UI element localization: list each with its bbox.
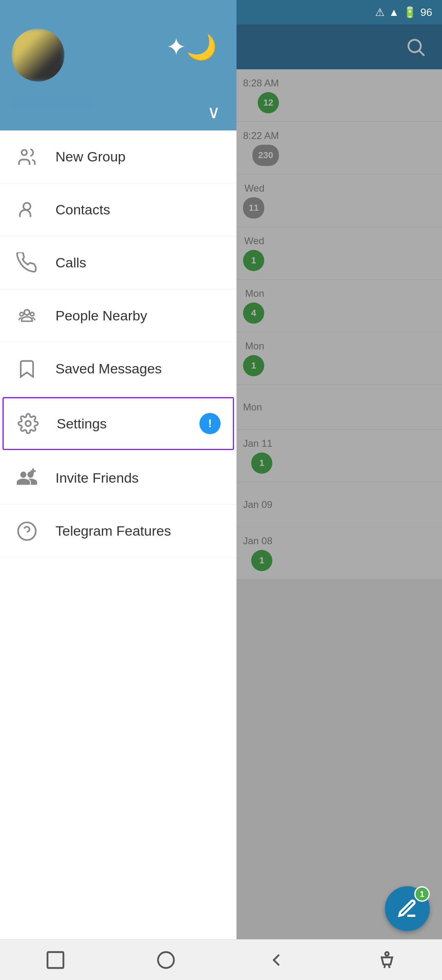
chevron-down-icon[interactable]: ∨ bbox=[207, 102, 220, 122]
svg-point-7 bbox=[26, 421, 31, 426]
wifi-icon: ▲ bbox=[389, 6, 399, 19]
person-add-icon bbox=[15, 466, 39, 490]
home-button[interactable] bbox=[152, 946, 180, 974]
sidebar-item-invite-friends[interactable]: Invite Friends bbox=[0, 452, 236, 505]
people-nearby-icon bbox=[15, 304, 39, 328]
svg-point-15 bbox=[385, 952, 389, 956]
telegram-features-label: Telegram Features bbox=[55, 523, 222, 539]
warning-icon: ⚠ bbox=[375, 6, 385, 19]
sidebar-item-saved-messages[interactable]: Saved Messages bbox=[0, 342, 236, 395]
accessibility-button[interactable] bbox=[373, 946, 401, 974]
settings-badge: ! bbox=[199, 413, 221, 434]
people-nearby-label: People Nearby bbox=[55, 308, 222, 324]
svg-point-11 bbox=[18, 522, 35, 540]
people-group-icon bbox=[15, 145, 39, 169]
battery-level: 96 bbox=[420, 6, 432, 19]
sidebar-item-contacts[interactable]: Contacts bbox=[0, 183, 236, 236]
recent-apps-button[interactable] bbox=[41, 946, 70, 974]
drawer-overlay[interactable] bbox=[236, 0, 442, 980]
sidebar-item-people-nearby[interactable]: People Nearby bbox=[0, 289, 236, 342]
drawer-username bbox=[11, 96, 93, 108]
drawer-menu: New Group Contacts Calls bbox=[0, 130, 236, 939]
drawer-header: ✦🌙 ∨ bbox=[0, 0, 236, 130]
help-circle-icon bbox=[15, 519, 39, 543]
navigation-bar bbox=[0, 939, 442, 980]
calls-label: Calls bbox=[55, 255, 222, 271]
back-button[interactable] bbox=[262, 946, 291, 974]
drawer-phone bbox=[11, 111, 77, 121]
svg-point-14 bbox=[158, 952, 174, 968]
svg-point-5 bbox=[20, 312, 24, 316]
sidebar-item-new-group[interactable]: New Group bbox=[0, 130, 236, 183]
phone-icon bbox=[15, 251, 39, 275]
svg-point-4 bbox=[24, 309, 30, 315]
compose-fab[interactable]: 1 bbox=[385, 886, 430, 931]
new-group-label: New Group bbox=[55, 149, 222, 165]
avatar bbox=[11, 29, 64, 82]
svg-rect-13 bbox=[47, 952, 63, 968]
svg-point-6 bbox=[31, 312, 34, 316]
sidebar-item-telegram-features[interactable]: Telegram Features bbox=[0, 505, 236, 558]
sidebar-item-calls[interactable]: Calls bbox=[0, 236, 236, 289]
invite-friends-label: Invite Friends bbox=[55, 470, 222, 486]
svg-point-2 bbox=[22, 150, 27, 155]
person-icon bbox=[15, 198, 39, 222]
contacts-label: Contacts bbox=[55, 202, 222, 218]
svg-point-3 bbox=[23, 203, 30, 210]
sidebar-item-settings[interactable]: Settings ! bbox=[2, 397, 234, 450]
battery-icon: 🔋 bbox=[403, 6, 416, 19]
fab-badge: 1 bbox=[414, 886, 430, 902]
saved-messages-label: Saved Messages bbox=[55, 361, 222, 377]
drawer: ✦🌙 ∨ New Group C bbox=[0, 0, 236, 939]
gear-icon bbox=[16, 411, 40, 436]
bookmark-icon bbox=[15, 357, 39, 381]
settings-label: Settings bbox=[57, 416, 183, 432]
night-mode-icon: ✦🌙 bbox=[166, 33, 217, 62]
